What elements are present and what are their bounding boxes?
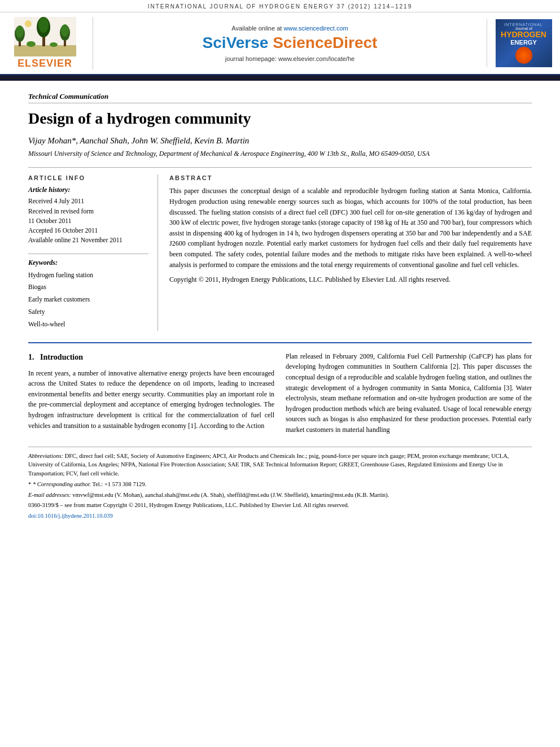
- abstract-text: This paper discusses the conceptual desi…: [169, 186, 532, 285]
- section1-right-text: Plan released in February 2009, Californ…: [286, 351, 532, 435]
- issn-line: 0360-3199/$ – see front matter Copyright…: [28, 501, 532, 510]
- sciencedirect-part: ScienceDirect: [273, 34, 377, 51]
- corresponding-line: * * Corresponding author. Tel.: +1 573 3…: [28, 480, 532, 489]
- abbreviations-line: Abbreviations: DFC, direct fuel cell; SA…: [28, 452, 532, 478]
- keyword-5: Well-to-wheel: [28, 318, 148, 331]
- section1-number: 1.: [28, 353, 34, 361]
- affiliation: Missouri University of Science and Techn…: [28, 149, 532, 159]
- abstract-header: ABSTRACT: [169, 174, 532, 181]
- history-label: Article history:: [28, 186, 148, 194]
- svg-point-12: [50, 42, 58, 47]
- svg-rect-1: [14, 45, 76, 56]
- corresponding-label: * Corresponding author.: [33, 481, 91, 487]
- section1-left-text: In recent years, a number of innovative …: [28, 368, 274, 431]
- footnotes-area: Abbreviations: DFC, direct fuel cell; SA…: [28, 447, 532, 521]
- sci-part: SciVerse: [203, 34, 273, 51]
- available-online-text: Available online at www.sciencedirect.co…: [231, 25, 348, 32]
- article-columns: ARTICLE INFO Article history: Received 4…: [28, 167, 532, 330]
- available-online-link[interactable]: www.sciencedirect.com: [283, 25, 348, 32]
- svg-point-11: [27, 41, 36, 47]
- keyword-3: Early market customers: [28, 294, 148, 306]
- dark-separator: [0, 75, 560, 81]
- keywords-section: Keywords: Hydrogen fueling station Bioga…: [28, 254, 148, 331]
- email-label-text: E-mail addresses:: [28, 492, 71, 498]
- elsevier-name: ELSEVIER: [18, 58, 72, 69]
- available-online-date: Available online 21 November 2011: [28, 235, 148, 245]
- abbreviations-text: DFC, direct fuel cell; SAE, Society of A…: [28, 453, 509, 477]
- emails-text: vmvwf@mst.edu (V. Mohan), aanchal.shah@m…: [72, 492, 389, 498]
- main-content: Technical Communication Design of a hydr…: [0, 81, 560, 528]
- svg-point-10: [61, 24, 69, 37]
- svg-point-4: [16, 25, 24, 38]
- doi-line: doi:10.1016/j.ijhydene.2011.10.039: [28, 512, 532, 521]
- hydrogen-energy-badge: INTERNATIONAL Journal of HYDROGEN ENERGY: [496, 19, 552, 67]
- elsevier-logo: ELSEVIER: [6, 17, 93, 69]
- abbreviations-label: Abbreviations:: [28, 453, 63, 459]
- badge-hydrogen: HYDROGEN: [501, 30, 546, 39]
- center-header: Available online at www.sciencedirect.co…: [93, 22, 487, 65]
- authors: Vijay Mohan*, Aanchal Shah, John W. Shef…: [28, 136, 532, 146]
- keyword-4: Safety: [28, 306, 148, 318]
- svg-point-13: [25, 20, 32, 27]
- received2b: 11 October 2011: [28, 216, 148, 226]
- header-logos: ELSEVIER Available online at www.science…: [0, 12, 560, 74]
- keyword-1: Hydrogen fueling station: [28, 269, 148, 282]
- elsevier-tree-icon: [14, 17, 76, 56]
- abstract-column: ABSTRACT This paper discusses the concep…: [169, 174, 532, 330]
- doi-link[interactable]: doi:10.1016/j.ijhydene.2011.10.039: [28, 513, 113, 519]
- badge-circle-icon: [515, 47, 532, 64]
- section1-title: Introduction: [40, 353, 83, 361]
- received2: Received in revised form: [28, 207, 148, 216]
- svg-point-7: [38, 17, 49, 33]
- journal-title-bar: INTERNATIONAL JOURNAL OF HYDROGEN ENERGY…: [0, 0, 560, 12]
- sciverse-title: SciVerse ScienceDirect: [203, 34, 378, 52]
- body-left-column: 1. Introduction In recent years, a numbe…: [28, 351, 274, 435]
- copyright-text: Copyright © 2011, Hydrogen Energy Public…: [169, 274, 532, 285]
- article-info-header: ARTICLE INFO: [28, 174, 148, 181]
- hydrogen-energy-badge-container: INTERNATIONAL Journal of HYDROGEN ENERGY: [487, 19, 554, 67]
- badge-international: INTERNATIONAL: [504, 23, 543, 27]
- journal-homepage: journal homepage: www.elsevier.com/locat…: [225, 55, 355, 62]
- email-line: E-mail addresses: vmvwf@mst.edu (V. Moha…: [28, 491, 532, 500]
- body-right-column: Plan released in February 2009, Californ…: [286, 351, 532, 435]
- journal-title-text: INTERNATIONAL JOURNAL OF HYDROGEN ENERGY…: [148, 3, 412, 10]
- section1-heading: 1. Introduction: [28, 351, 274, 364]
- badge-energy: ENERGY: [510, 39, 536, 46]
- article-info-column: ARTICLE INFO Article history: Received 4…: [28, 174, 158, 330]
- paper-title: Design of a hydrogen community: [28, 109, 532, 128]
- article-history: Article history: Received 4 July 2011 Re…: [28, 186, 148, 245]
- accepted: Accepted 16 October 2011: [28, 226, 148, 235]
- body-section: 1. Introduction In recent years, a numbe…: [28, 342, 532, 435]
- section-label: Technical Communication: [28, 92, 532, 103]
- keywords-label: Keywords:: [28, 259, 148, 267]
- corresponding-tel: Tel.: +1 573 308 7129.: [92, 481, 146, 487]
- star-symbol: *: [28, 481, 33, 487]
- body-two-column: 1. Introduction In recent years, a numbe…: [28, 351, 532, 435]
- keyword-2: Biogas: [28, 281, 148, 294]
- received1: Received 4 July 2011: [28, 196, 148, 206]
